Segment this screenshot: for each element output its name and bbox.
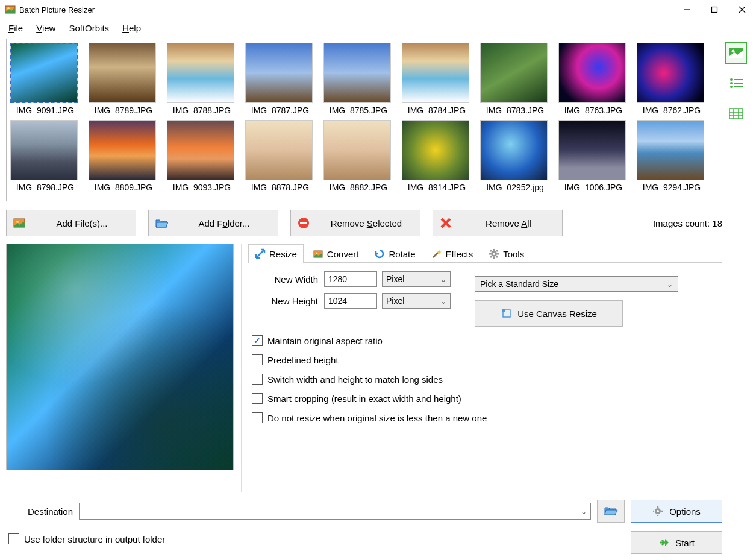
thumbnail-image (89, 43, 156, 103)
canvas-resize-button[interactable]: Use Canvas Resize (475, 300, 623, 327)
thumbnail-item[interactable]: IMG_8784.JPG (402, 43, 472, 115)
thumbnail-label: IMG_1006.JPG (558, 183, 628, 192)
add-folder-button[interactable]: Add Folder... (148, 210, 278, 236)
thumbnail-image (323, 43, 391, 103)
thumbnail-image (245, 43, 313, 103)
thumbnail-image (245, 120, 313, 180)
width-unit-select[interactable]: Pixel (382, 271, 451, 287)
svg-line-23 (490, 256, 492, 257)
use-folder-structure-label: Use folder structure in output folder (24, 534, 165, 544)
destination-browse-button[interactable] (597, 500, 625, 523)
app-title: Batch Picture Resizer (19, 5, 95, 14)
tab-effects[interactable]: Effects (425, 244, 480, 263)
thumbnail-label: IMG_8785.JPG (323, 105, 393, 115)
close-button[interactable] (728, 0, 756, 19)
thumbnail-label: IMG_8788.JPG (167, 105, 237, 115)
thumbnail-item[interactable]: IMG_8789.JPG (89, 43, 158, 115)
thumbnail-item[interactable]: IMG_8787.JPG (245, 43, 315, 115)
new-height-input[interactable] (324, 293, 377, 309)
view-switcher (722, 39, 750, 554)
menubar: File View SoftOrbits Help (0, 19, 756, 36)
thumbnail-item[interactable]: IMG_8878.JPG (245, 120, 315, 192)
no-resize-small-checkbox[interactable] (252, 412, 263, 423)
svg-line-20 (490, 250, 492, 251)
height-unit-select[interactable]: Pixel (382, 293, 451, 309)
thumbnail-item[interactable]: IMG_8914.JPG (402, 120, 472, 192)
thumbnail-image (637, 120, 704, 180)
list-view-button[interactable] (725, 72, 747, 94)
menu-view[interactable]: View (34, 22, 58, 34)
maximize-button[interactable] (701, 0, 728, 19)
maintain-aspect-checkbox[interactable] (252, 335, 263, 346)
thumbnail-item[interactable]: IMG_8783.JPG (480, 43, 550, 115)
thumbnail-label: IMG_8914.JPG (402, 183, 472, 192)
thumbnail-image (167, 120, 234, 180)
use-folder-structure-checkbox[interactable] (8, 533, 19, 544)
menu-file[interactable]: File (6, 22, 25, 34)
thumbnail-item[interactable]: IMG_8762.JPG (637, 43, 707, 115)
folder-open-icon (155, 216, 168, 230)
thumbnail-label: IMG_8809.JPG (89, 183, 158, 192)
new-width-label: New Width (252, 274, 324, 285)
thumbnail-view-button[interactable] (725, 42, 747, 64)
menu-softorbits[interactable]: SoftOrbits (66, 22, 111, 34)
remove-all-icon (439, 216, 452, 230)
start-button[interactable]: Start (631, 531, 722, 554)
thumbnail-item[interactable]: IMG_9091.JPG (10, 43, 80, 115)
svg-point-7 (16, 221, 19, 223)
svg-point-15 (493, 253, 495, 255)
svg-point-36 (730, 82, 733, 84)
thumbnail-item[interactable]: IMG_9294.JPG (637, 120, 707, 192)
thumbnail-item[interactable]: IMG_8785.JPG (323, 43, 393, 115)
tab-tools[interactable]: Tools (482, 244, 531, 263)
thumbnail-item[interactable]: IMG_8798.JPG (10, 120, 80, 192)
thumbnail-image (402, 43, 469, 103)
svg-rect-35 (734, 79, 743, 80)
standard-size-select[interactable]: Pick a Standard Size (475, 276, 678, 292)
thumbnails-icon (729, 47, 743, 59)
thumbnail-image (637, 43, 704, 103)
resize-form: New Width Pixel New Height Pixel (248, 269, 722, 432)
thumbnail-image (323, 120, 391, 180)
effects-icon (431, 248, 442, 259)
tab-resize[interactable]: Resize (248, 244, 304, 263)
destination-select[interactable] (79, 503, 591, 520)
convert-icon (313, 248, 323, 259)
svg-rect-3 (712, 7, 717, 13)
thumbnail-image (167, 43, 234, 103)
switch-wh-checkbox[interactable] (252, 374, 263, 385)
thumbnail-label: IMG_9091.JPG (10, 105, 80, 115)
options-button[interactable]: Options (631, 500, 722, 523)
no-resize-small-label: Do not resize when original size is less… (267, 413, 487, 423)
thumbnail-item[interactable]: IMG_8788.JPG (167, 43, 237, 115)
thumbnail-item[interactable]: IMG_1006.JPG (558, 120, 628, 192)
thumbnail-label: IMG_02952.jpg (480, 183, 550, 192)
chevron-down-icon (581, 506, 587, 516)
list-icon (729, 77, 743, 89)
minimize-button[interactable] (673, 0, 701, 19)
thumbnail-item[interactable]: IMG_8882.JPG (323, 120, 393, 192)
tab-rotate[interactable]: Rotate (367, 244, 422, 263)
thumbnail-item[interactable]: IMG_8763.JPG (558, 43, 628, 115)
grid-icon (729, 107, 743, 119)
svg-rect-25 (502, 309, 505, 312)
smart-crop-checkbox[interactable] (252, 393, 263, 404)
folder-open-icon (604, 505, 618, 517)
gear-icon (652, 506, 663, 517)
thumbnail-item[interactable]: IMG_8809.JPG (89, 120, 158, 192)
thumbnail-label: IMG_9294.JPG (637, 183, 707, 192)
add-files-button[interactable]: Add File(s)... (6, 210, 136, 236)
menu-help[interactable]: Help (120, 22, 143, 34)
new-width-input[interactable] (324, 271, 377, 287)
predefined-height-checkbox[interactable] (252, 354, 263, 365)
resize-icon (255, 248, 266, 259)
thumbnail-item[interactable]: IMG_02952.jpg (480, 120, 550, 192)
remove-selected-button[interactable]: Remove Selected (290, 210, 420, 236)
chevron-down-icon (440, 274, 446, 284)
remove-all-button[interactable]: Remove All (433, 210, 563, 236)
thumbnail-item[interactable]: IMG_9093.JPG (167, 120, 237, 192)
destination-label: Destination (28, 506, 73, 517)
thumbnail-panel: IMG_9091.JPGIMG_8789.JPGIMG_8788.JPGIMG_… (6, 39, 722, 201)
grid-view-button[interactable] (725, 102, 747, 124)
tab-convert[interactable]: Convert (306, 244, 366, 263)
